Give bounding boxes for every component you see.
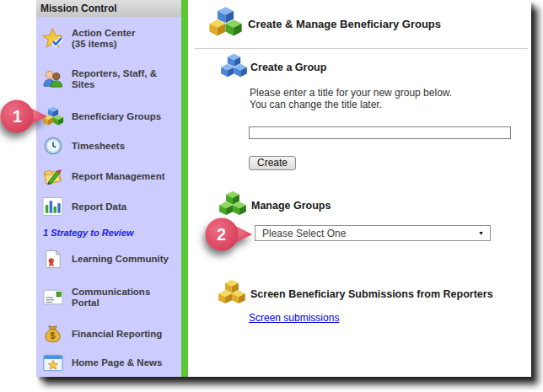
sidebar-item-label: Report Management [72, 171, 165, 182]
screenshot-canvas: Mission Control Action Center (35 items) [0, 0, 543, 392]
star-check-icon [41, 28, 64, 49]
sidebar-item-report-data[interactable]: Report Data [41, 196, 178, 217]
manage-groups-title: Manage Groups [251, 200, 331, 212]
create-group-title: Create a Group [250, 62, 326, 73]
screen-submissions-title: Screen Beneficiary Submissions from Repo… [250, 288, 493, 300]
annotation-balloon-2: 2 [205, 217, 254, 254]
manage-groups-select[interactable]: Please Select One ▼ [255, 225, 491, 241]
create-group-header: Create a Group [220, 53, 326, 82]
sidebar-header: Mission Control [36, 0, 181, 17]
home-window-icon [41, 354, 64, 372]
annotation-number: 1 [13, 107, 22, 126]
screen-submissions-header: Screen Beneficiary Submissions from Repo… [218, 279, 493, 309]
main-content: Create & Manage Beneficiary Groups Creat… [188, 0, 531, 377]
sidebar-item-label: Reporters, Staff, & Sites [72, 68, 169, 89]
sidebar-item-label: Report Data [72, 201, 126, 212]
sidebar-item-count: (35 items) [72, 39, 135, 50]
sidebar-item-financial-reporting[interactable]: $ Financial Reporting [41, 324, 178, 344]
sidebar-item-reporters-staff-sites[interactable]: Reporters, Staff, & Sites [41, 68, 178, 89]
manage-groups-header: Manage Groups [218, 191, 331, 220]
clock-icon [41, 137, 64, 155]
sidebar-item-report-management[interactable]: Report Management [41, 167, 178, 186]
cubes-green-icon [218, 191, 247, 220]
money-bag-icon: $ [41, 324, 64, 344]
sidebar: Mission Control Action Center (35 items) [36, 0, 181, 377]
sidebar-item-learning-community[interactable]: Learning Community [41, 250, 178, 269]
sidebar-item-communications-portal[interactable]: Communications Portal [41, 287, 178, 308]
sidebar-item-label: Communications Portal [72, 287, 169, 308]
certificate-icon [41, 250, 64, 269]
section-divider [195, 48, 528, 49]
sidebar-accent-divider [181, 0, 188, 377]
sidebar-item-label: Timesheets [72, 141, 125, 152]
sidebar-item-label: Action Center [72, 28, 135, 39]
app-window: Mission Control Action Center (35 items) [36, 0, 531, 377]
strategy-review-note[interactable]: 1 Strategy to Review [43, 228, 134, 238]
cubes-blue-icon [220, 53, 248, 82]
sidebar-item-label: Home Page & News [72, 357, 162, 368]
cubes-yellow-icon [218, 279, 246, 309]
sidebar-item-beneficiary-groups[interactable]: Beneficiary Groups [41, 106, 178, 126]
dropdown-arrow-icon: ▼ [478, 230, 490, 236]
cubes-multicolor-icon [208, 6, 243, 41]
select-value: Please Select One [255, 228, 478, 239]
sidebar-item-label: Beneficiary Groups [72, 111, 161, 122]
screen-submissions-link[interactable]: Screen submissions [249, 312, 339, 324]
sidebar-item-timesheets[interactable]: Timesheets [41, 137, 178, 155]
people-icon [41, 69, 64, 89]
envelope-icon [41, 289, 64, 305]
instruction-line: You can change the title later. [250, 99, 452, 110]
sidebar-item-label: Financial Reporting [72, 329, 162, 340]
instruction-line: Please enter a title for your new group … [250, 87, 452, 99]
create-button[interactable]: Create [249, 156, 296, 170]
annotation-balloon-1: 1 [0, 99, 49, 136]
annotation-number: 2 [217, 225, 226, 244]
sidebar-item-label: Learning Community [72, 254, 169, 265]
page-header: Create & Manage Beneficiary Groups [208, 6, 441, 41]
bar-chart-icon [41, 196, 64, 217]
sidebar-item-action-center[interactable]: Action Center (35 items) [41, 28, 178, 49]
page-title: Create & Manage Beneficiary Groups [248, 18, 441, 30]
svg-text:$: $ [51, 330, 56, 341]
folder-pencil-icon [41, 167, 64, 186]
sidebar-item-home-page-news[interactable]: Home Page & News [41, 354, 178, 372]
group-title-input[interactable] [249, 126, 511, 139]
create-group-instructions: Please enter a title for your new group … [250, 87, 452, 110]
